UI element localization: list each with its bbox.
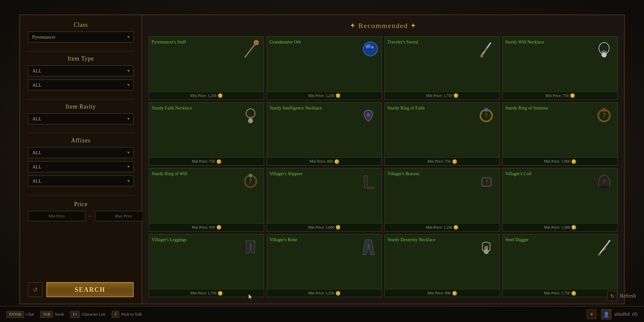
item-type-dropdown-1[interactable]: ALL [28, 65, 134, 76]
item-price-label-16: Min Price: 1,750 [544, 291, 570, 296]
item-card-11[interactable]: Villager's Bracers ? Min Price: 1,250 [384, 168, 500, 232]
svg-point-12 [246, 109, 255, 118]
item-card-8[interactable]: Sturdy Ring of Stamina ? Min Price: 1,00… [502, 102, 618, 166]
affixes-dropdown-2[interactable]: ALL [28, 161, 134, 172]
bottom-btn-tab[interactable]: TAB Stash [40, 311, 64, 318]
add-character-button[interactable]: + [587, 309, 596, 319]
item-card-4[interactable]: Sturdy Will Necklace Min Price: 750 [502, 36, 618, 100]
refresh-icon: ↻ [607, 291, 617, 301]
item-footer-12: Min Price: 1,000 [503, 223, 617, 231]
username: afdadfsd [614, 312, 630, 317]
item-content-4: Sturdy Will Necklace [503, 37, 617, 92]
item-content-2: Grandmaster Orb [267, 37, 382, 92]
affixes-dropdown-3[interactable]: ALL [28, 175, 134, 186]
bottom-btn-t[interactable]: T Push to Talk [112, 311, 142, 318]
svg-point-22 [249, 174, 252, 177]
item-icon-7: ? [476, 105, 497, 126]
divider-4 [28, 195, 134, 195]
item-card-7[interactable]: Sturdy Ring of Faith ? Min Price: 750 [384, 102, 500, 166]
affixes-dropdown-wrapper-1: ALL ▼ [28, 147, 134, 158]
item-name-12: Villager's Coif [505, 171, 594, 221]
item-rarity-dropdown[interactable]: ALL [28, 113, 134, 124]
svg-text:?: ? [249, 178, 252, 184]
item-footer-2: Min Price: 1,250 [267, 92, 382, 99]
item-content-15: Sturdy Dexterity Necklace [385, 234, 499, 289]
item-name-8: Sturdy Ring of Stamina [505, 105, 594, 155]
gold-coin-icon-13 [218, 291, 223, 296]
item-name-14: Villager's Robe [270, 237, 358, 287]
user-avatar: 👤 [601, 309, 611, 319]
item-card-15[interactable]: Sturdy Dexterity Necklace Min Price: 800 [384, 234, 500, 298]
item-card-14[interactable]: Villager's Robe ? Min Price: 1,250 [267, 234, 382, 298]
item-card-6[interactable]: Sturdy Intelligence Necklace Min Price: … [267, 102, 382, 166]
item-name-3: Traveler's Sword [387, 39, 476, 89]
item-type-dropdown-wrapper-2: ALL ▼ [28, 80, 134, 90]
svg-text:?: ? [249, 243, 251, 248]
refresh-area[interactable]: ↻ Refresh [607, 291, 636, 301]
notification-count: (0) [632, 312, 638, 317]
item-type-dropdown-2[interactable]: ALL [28, 80, 134, 90]
item-content-6: Sturdy Intelligence Necklace [267, 103, 382, 158]
svg-text:?: ? [603, 112, 605, 118]
item-content-13: Villager's Leggings ? [149, 234, 264, 289]
item-icon-1 [240, 39, 261, 60]
item-icon-4 [594, 39, 615, 60]
item-footer-16: Min Price: 1,750 [503, 289, 617, 297]
item-footer-5: Min Price: 750 [149, 157, 264, 165]
reset-button[interactable]: ↺ [28, 282, 43, 297]
gold-coin-icon-12 [572, 225, 576, 230]
item-icon-13: ? [240, 237, 261, 258]
item-name-16: Steel Dagger [505, 237, 594, 287]
min-price-input[interactable] [28, 211, 85, 221]
item-type-dropdown-wrapper-1: ALL ▼ [28, 65, 134, 76]
item-card-12[interactable]: Villager's Coif ? Min Price: 1,000 [502, 168, 618, 232]
gold-coin-icon-9 [217, 225, 221, 230]
item-card-2[interactable]: Grandmaster Orb Min Price: 1,250 [267, 36, 382, 100]
item-card-13[interactable]: Villager's Leggings ? Min Price: 1,750 [149, 234, 264, 298]
item-card-16[interactable]: Steel Dagger Min Price: 1,750 [502, 234, 618, 298]
class-dropdown[interactable]: Pyromancer [28, 32, 134, 43]
item-content-11: Villager's Bracers ? [385, 168, 499, 223]
item-icon-8: ? [594, 105, 615, 126]
gold-coin-icon-5 [217, 159, 221, 164]
item-icon-6 [358, 105, 379, 126]
bottom-btn-enter[interactable]: ENTER Chat [6, 311, 34, 318]
class-dropdown-wrapper: Pyromancer ▼ [28, 32, 134, 43]
item-price-label-10: Min Price: 1,000 [308, 225, 334, 230]
item-icon-9: ? [240, 171, 261, 192]
item-price-label-9: Min Price: 850 [192, 225, 215, 230]
gold-coin-icon-11 [454, 225, 458, 230]
t-label: Push to Talk [121, 312, 142, 317]
item-content-5: Sturdy Faith Necklace [149, 103, 264, 158]
item-card-3[interactable]: Traveler's Sword Min Price: 1,750 [384, 36, 500, 100]
item-price-label-5: Min Price: 750 [192, 159, 215, 164]
refresh-label: Refresh [620, 293, 636, 299]
item-card-10[interactable]: Villager's Slippers Min Price: 1,000 [267, 168, 382, 232]
item-type-label: Item Type [28, 55, 134, 62]
item-price-label-6: Min Price: 800 [310, 159, 333, 164]
item-icon-12: ? [594, 171, 615, 192]
bottom-btn-f1[interactable]: F1 Character List [70, 311, 105, 318]
item-footer-7: Min Price: 750 [385, 157, 499, 165]
affixes-dropdown-1[interactable]: ALL [28, 147, 134, 158]
svg-text:?: ? [485, 179, 488, 185]
item-name-6: Sturdy Intelligence Necklace [270, 105, 358, 155]
item-card-5[interactable]: Sturdy Faith Necklace Min Price: 750 [149, 102, 264, 166]
item-price-label-13: Min Price: 1,750 [190, 291, 216, 296]
item-price-label-8: Min Price: 1,000 [544, 159, 570, 164]
item-footer-8: Min Price: 1,000 [503, 157, 617, 165]
svg-text:?: ? [367, 244, 369, 249]
search-button[interactable]: SEARCH [46, 282, 134, 297]
item-footer-10: Min Price: 1,000 [267, 223, 382, 231]
item-icon-15 [476, 237, 497, 258]
item-card-9[interactable]: Sturdy Ring of Will ? Min Price: 850 [149, 168, 264, 232]
item-footer-3: Min Price: 1,750 [385, 92, 499, 99]
svg-point-34 [598, 253, 601, 256]
item-price-label-4: Min Price: 750 [545, 93, 569, 98]
svg-point-6 [371, 46, 374, 49]
item-card-1[interactable]: Pyromancer's Staff Min Price: 1,250 [149, 36, 264, 100]
gold-coin-icon-8 [572, 159, 576, 164]
right-results-panel: ✦ Recommended ✦ Pyromancer's Staff Min P… [142, 15, 624, 304]
panel-header: ✦ Recommended ✦ [149, 22, 618, 30]
item-content-10: Villager's Slippers [267, 168, 382, 223]
